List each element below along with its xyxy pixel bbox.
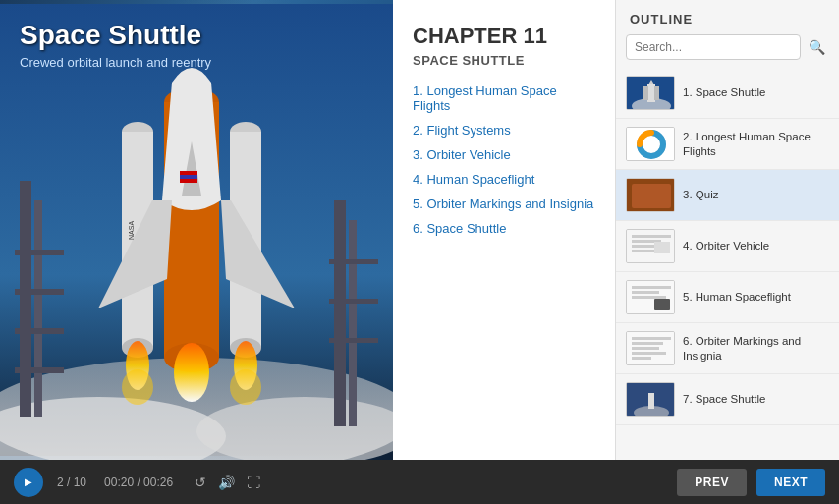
svg-rect-38 bbox=[654, 86, 659, 100]
outline-item[interactable]: 1. Space Shuttle bbox=[616, 68, 839, 119]
svg-rect-59 bbox=[632, 357, 651, 360]
svg-rect-6 bbox=[15, 250, 64, 255]
outline-item[interactable]: 3. Quiz bbox=[616, 170, 839, 221]
search-button[interactable]: 🔍 bbox=[805, 37, 829, 57]
svg-rect-56 bbox=[632, 342, 663, 345]
slide-subtitle: Crewed orbital launch and reentry bbox=[20, 55, 211, 70]
outline-thumbnail bbox=[626, 331, 675, 365]
chapter-subtitle: SPACE SHUTTLE bbox=[413, 53, 595, 68]
svg-rect-11 bbox=[349, 220, 357, 426]
svg-rect-58 bbox=[632, 352, 666, 355]
outline-items-list: 1. Space Shuttle2. Longest Human Space F… bbox=[616, 68, 839, 460]
outline-item-label: 1. Space Shuttle bbox=[683, 85, 765, 100]
outline-item[interactable]: 2. Longest Human Space Flights bbox=[616, 119, 839, 170]
rewind-button[interactable]: ↺ bbox=[193, 473, 208, 492]
svg-rect-12 bbox=[329, 259, 378, 264]
slide-main-title: Space Shuttle bbox=[20, 20, 211, 51]
slide-title: Space Shuttle Crewed orbital launch and … bbox=[20, 20, 211, 70]
chapter-menu-item[interactable]: 4. Human Spaceflight bbox=[413, 172, 595, 187]
outline-thumbnail bbox=[626, 178, 675, 212]
outline-item[interactable]: 7. Space Shuttle bbox=[616, 374, 839, 425]
chapter-menu: 1. Longest Human Space Flights2. Flight … bbox=[413, 84, 595, 236]
outline-item[interactable]: 6. Orbiter Markings and Insignia bbox=[616, 323, 839, 374]
svg-point-32 bbox=[230, 369, 261, 405]
volume-button[interactable]: 🔊 bbox=[216, 473, 237, 492]
svg-rect-8 bbox=[15, 328, 64, 334]
fullscreen-button[interactable]: ⛶ bbox=[245, 473, 262, 492]
svg-rect-26 bbox=[180, 171, 197, 175]
outline-item[interactable]: 5. Human Spaceflight bbox=[616, 272, 839, 323]
svg-point-31 bbox=[122, 369, 153, 405]
svg-rect-14 bbox=[329, 338, 378, 343]
prev-button[interactable]: PREV bbox=[677, 469, 747, 496]
slide-area: NASA Space Shuttle Crewed orbital launch… bbox=[0, 0, 615, 460]
svg-rect-53 bbox=[654, 299, 670, 310]
outline-item-label: 4. Orbiter Vehicle bbox=[683, 239, 769, 253]
shuttle-image: NASA Space Shuttle Crewed orbital launch… bbox=[0, 0, 393, 460]
svg-rect-13 bbox=[329, 299, 378, 304]
outline-thumbnail bbox=[626, 280, 675, 314]
play-button[interactable]: ▶ bbox=[14, 468, 43, 497]
svg-rect-27 bbox=[180, 179, 197, 183]
svg-rect-10 bbox=[334, 200, 346, 426]
control-icons: ↺ 🔊 ⛶ bbox=[193, 473, 262, 492]
svg-rect-35 bbox=[647, 84, 655, 102]
svg-rect-57 bbox=[632, 347, 659, 350]
outline-item-label: 6. Orbiter Markings and Insignia bbox=[683, 334, 829, 364]
chapter-label: CHAPTER 11 bbox=[413, 24, 595, 49]
svg-rect-42 bbox=[632, 184, 671, 208]
svg-rect-5 bbox=[34, 200, 42, 417]
outline-thumbnail bbox=[626, 127, 675, 161]
outline-thumbnail bbox=[626, 382, 675, 417]
content-panel: NASA Space Shuttle Crewed orbital launch… bbox=[0, 0, 615, 460]
next-button[interactable]: NEXT bbox=[756, 469, 825, 496]
outline-thumbnail bbox=[626, 229, 675, 263]
svg-rect-44 bbox=[632, 235, 671, 238]
outline-panel: OUTLINE 🔍 1. Space Shuttle2. Longest Hum… bbox=[615, 0, 839, 460]
outline-item-label: 2. Longest Human Space Flights bbox=[683, 130, 829, 159]
svg-rect-51 bbox=[632, 291, 659, 294]
chapter-menu-item[interactable]: 6. Space Shuttle bbox=[413, 221, 595, 236]
chapter-menu-item[interactable]: 1. Longest Human Space Flights bbox=[413, 84, 595, 113]
chapter-panel: CHAPTER 11 SPACE SHUTTLE 1. Longest Huma… bbox=[393, 0, 615, 460]
control-bar: ▶ 2 / 10 00:20 / 00:26 ↺ 🔊 ⛶ PREV NEXT bbox=[0, 460, 839, 504]
svg-rect-48 bbox=[654, 242, 670, 253]
progress-text: 2 / 10 bbox=[57, 476, 86, 489]
outline-item-label: 7. Space Shuttle bbox=[683, 392, 765, 407]
outline-item-label: 3. Quiz bbox=[683, 188, 718, 202]
svg-rect-50 bbox=[632, 286, 671, 289]
svg-rect-4 bbox=[20, 181, 31, 417]
svg-rect-37 bbox=[643, 86, 648, 100]
time-text: 00:20 / 00:26 bbox=[104, 476, 173, 489]
svg-point-29 bbox=[174, 343, 209, 402]
svg-rect-9 bbox=[15, 367, 64, 373]
svg-rect-52 bbox=[632, 296, 666, 299]
outline-item-label: 5. Human Spaceflight bbox=[683, 290, 791, 305]
outline-header: OUTLINE bbox=[616, 0, 839, 34]
outline-thumbnail bbox=[626, 76, 675, 110]
outline-search-container: 🔍 bbox=[616, 34, 839, 68]
svg-rect-7 bbox=[15, 289, 64, 295]
svg-rect-62 bbox=[648, 393, 654, 409]
main-area: NASA Space Shuttle Crewed orbital launch… bbox=[0, 0, 839, 460]
svg-rect-47 bbox=[632, 250, 656, 252]
search-input[interactable] bbox=[626, 34, 801, 60]
svg-text:NASA: NASA bbox=[128, 221, 135, 240]
chapter-menu-item[interactable]: 3. Orbiter Vehicle bbox=[413, 147, 595, 162]
play-icon: ▶ bbox=[25, 476, 32, 487]
svg-rect-55 bbox=[632, 337, 671, 340]
chapter-menu-item[interactable]: 5. Orbiter Markings and Insignia bbox=[413, 196, 595, 211]
outline-item[interactable]: 4. Orbiter Vehicle bbox=[616, 221, 839, 272]
chapter-menu-item[interactable]: 2. Flight Systems bbox=[413, 123, 595, 138]
